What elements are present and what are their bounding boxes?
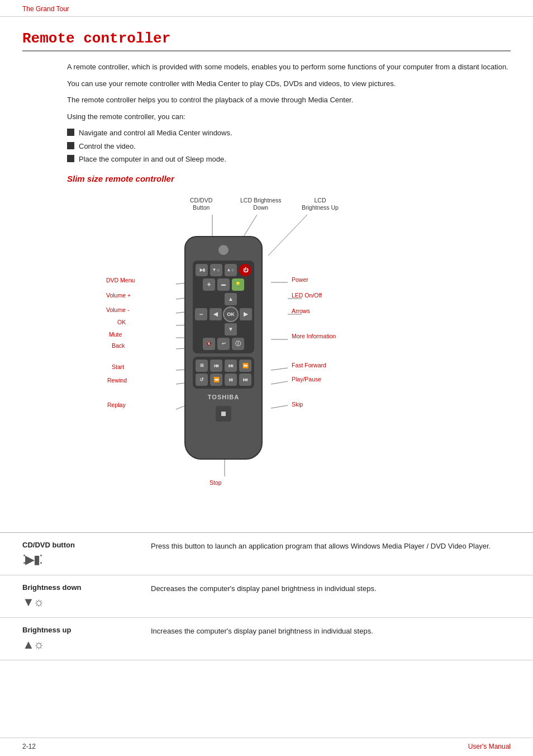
cd-dvd-btn[interactable]: ⁚▶▮ xyxy=(196,264,208,276)
remote-diagram: CD/DVDButton LCD BrightnessDown LCDBrigh… xyxy=(67,191,458,504)
display-btn[interactable]: ▬ xyxy=(217,278,230,291)
label-start: Start xyxy=(112,363,124,370)
label-play-pause: Play/Pause xyxy=(292,376,321,382)
label-power: Power xyxy=(292,276,308,283)
list-item-3: Place the computer in and out of Sleep m… xyxy=(67,154,511,165)
svg-line-16 xyxy=(271,368,288,370)
replay-btn[interactable]: ↺ xyxy=(196,374,208,386)
svg-line-2 xyxy=(268,215,307,256)
label-ok: OK xyxy=(117,319,126,325)
list-item-1: Navigate and control all Media Center wi… xyxy=(67,127,511,139)
label-stop: Stop xyxy=(210,479,222,486)
para-4: Using the remote controller, you can: xyxy=(67,111,511,122)
breadcrumb[interactable]: The Grand Tour xyxy=(22,5,69,13)
label-mute: Mute xyxy=(109,331,122,338)
vol-minus-btn[interactable]: − xyxy=(195,308,207,320)
info-btn[interactable]: ⓘ xyxy=(232,338,244,350)
ok-btn[interactable]: OK xyxy=(223,306,239,322)
skip-btn[interactable]: ⏭ xyxy=(239,374,251,386)
down-btn[interactable]: ▼ xyxy=(225,323,237,336)
led-btn[interactable]: 💡 xyxy=(232,278,244,291)
mute-btn[interactable]: 🔇 xyxy=(203,338,215,350)
power-btn[interactable]: ⏻ xyxy=(239,264,251,276)
label-skip: Skip xyxy=(292,401,303,408)
para-3: The remote controller helps you to contr… xyxy=(67,94,511,106)
label-led-onoff: LED On/Off xyxy=(292,292,322,299)
table-row-cd-dvd: CD/DVD button ⁚▶▮⁚ Press this button to … xyxy=(0,533,533,575)
svg-line-17 xyxy=(271,381,288,384)
cd-dvd-label-cell: CD/DVD button ⁚▶▮⁚ xyxy=(22,541,134,567)
features-table: CD/DVD button ⁚▶▮⁚ Press this button to … xyxy=(0,532,533,660)
label-lcd-bright-up: LCDBrightness Up xyxy=(302,197,339,212)
label-lcd-bright-down: LCD BrightnessDown xyxy=(240,197,282,212)
bullet-list: Navigate and control all Media Center wi… xyxy=(67,127,511,165)
brightness-up-desc: Increases the computer's display panel b… xyxy=(151,626,511,637)
rew-btn[interactable]: ⏪ xyxy=(210,374,222,386)
diagram-lines xyxy=(67,191,458,504)
label-volume-minus: Volume - xyxy=(106,306,129,313)
brightness-up-icon: ▲☼ xyxy=(22,637,134,652)
label-rewind: Rewind xyxy=(107,377,127,384)
prev-btn[interactable]: ⏮ xyxy=(210,360,222,372)
transport-group: ⊞ ⏮ ⏭ ⏩ ↺ ⏪ ⏯ ⏭ xyxy=(193,357,254,389)
brightness-up-btn[interactable]: ▲☼ xyxy=(225,264,237,276)
page-title: Remote controller xyxy=(22,30,511,51)
brightness-down-label-cell: Brightness down ▼☼ xyxy=(22,583,134,609)
manual-label: User's Manual xyxy=(468,743,511,750)
top-button-group: ⁚▶▮ ▼☼ ▲☼ ⏻ + ▬ 💡 − ▲ xyxy=(193,261,254,353)
brightness-down-btn[interactable]: ▼☼ xyxy=(210,264,222,276)
remote-body: ⁚▶▮ ▼☼ ▲☼ ⏻ + ▬ 💡 − ▲ xyxy=(184,236,263,460)
para-2: You can use your remote controller with … xyxy=(67,78,511,89)
label-cd-dvd: CD/DVDButton xyxy=(190,197,212,212)
vol-plus-btn[interactable]: + xyxy=(203,278,215,291)
up-btn[interactable]: ▲ xyxy=(225,293,237,305)
right-btn[interactable]: ▶ xyxy=(240,308,252,320)
cd-dvd-name: CD/DVD button xyxy=(22,541,134,549)
brightness-down-desc: Decreases the computer's display panel b… xyxy=(151,583,511,594)
label-arrows: Arrows xyxy=(292,308,310,314)
brightness-down-name: Brightness down xyxy=(22,583,134,592)
ir-sensor xyxy=(218,245,229,255)
start-btn[interactable]: ⊞ xyxy=(196,360,208,372)
label-fast-forward: Fast Forward xyxy=(292,362,326,368)
table-row-brightness-down: Brightness down ▼☼ Decreases the compute… xyxy=(0,575,533,618)
back-btn[interactable]: ↩ xyxy=(217,338,230,350)
table-row-brightness-up: Brightness up ▲☼ Increases the computer'… xyxy=(0,618,533,660)
brand-label: TOSHIBA xyxy=(208,394,239,400)
play-pause-btn[interactable]: ⏯ xyxy=(225,374,237,386)
label-volume-plus: Volume + xyxy=(106,292,131,299)
para-1: A remote controller, which is provided w… xyxy=(67,62,511,73)
footer: 2-12 User's Manual xyxy=(0,738,533,750)
page-number: 2-12 xyxy=(22,743,36,750)
cd-dvd-desc: Press this button to launch an applicati… xyxy=(151,541,511,552)
svg-line-18 xyxy=(271,405,288,408)
list-item-2: Control the video. xyxy=(67,141,511,152)
label-back: Back xyxy=(112,342,125,349)
label-dvd-menu: DVD Menu xyxy=(106,277,135,284)
ffwd-btn[interactable]: ⏩ xyxy=(239,360,251,372)
brightness-up-name: Brightness up xyxy=(22,626,134,634)
label-replay: Replay xyxy=(107,401,126,408)
section-subtitle: Slim size remote controller xyxy=(67,174,511,183)
brightness-down-icon: ▼☼ xyxy=(22,595,134,609)
cd-dvd-icon: ⁚▶▮⁚ xyxy=(22,552,134,567)
label-more-info: More Information xyxy=(292,333,336,339)
stop-btn[interactable]: ⏹ xyxy=(216,406,231,422)
left-btn[interactable]: ◀ xyxy=(210,308,222,320)
arrow-pad: ▲ ◀ OK ▶ ▼ xyxy=(210,293,252,336)
next-btn[interactable]: ⏭ xyxy=(225,360,237,372)
brightness-up-label-cell: Brightness up ▲☼ xyxy=(22,626,134,652)
